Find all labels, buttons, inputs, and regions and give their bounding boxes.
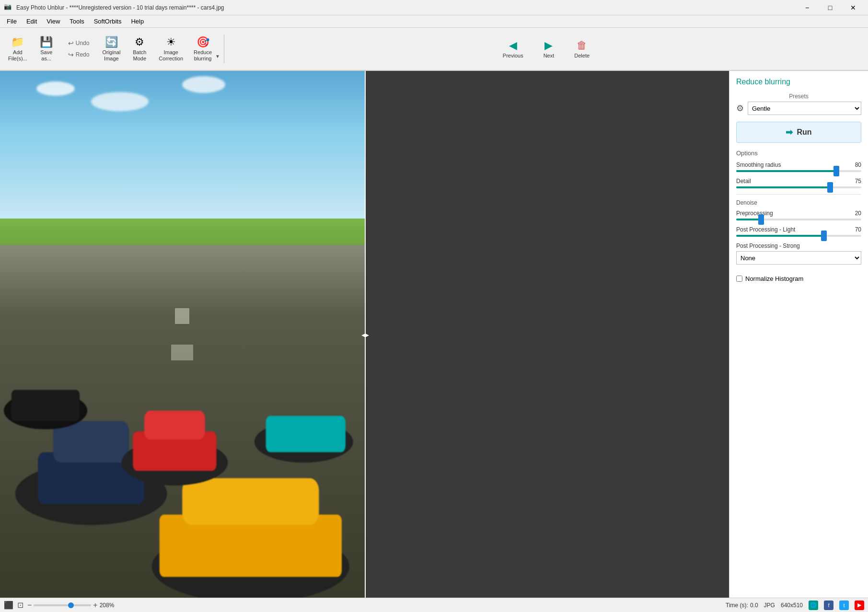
- post-light-header: Post Processing - Light 70: [736, 226, 861, 233]
- time-section: Time (s): 0.0: [726, 602, 758, 609]
- image-correction-button[interactable]: ☀ ImageCorrection: [154, 32, 187, 66]
- previous-button[interactable]: ◀ Previous: [497, 36, 530, 62]
- normalize-histogram-checkbox[interactable]: [736, 276, 742, 282]
- facebook-icon[interactable]: f: [824, 600, 833, 610]
- menu-file[interactable]: File: [2, 17, 22, 26]
- menu-softorbits[interactable]: SoftOrbits: [89, 17, 127, 26]
- post-strong-select[interactable]: None Light Medium Strong: [736, 251, 861, 265]
- svg-rect-12: [266, 416, 346, 452]
- right-panel: Reduce blurring Presets ⚙ Gentle Normal …: [729, 71, 868, 598]
- maximize-button[interactable]: □: [819, 0, 841, 15]
- original-image-button[interactable]: 🔄 OriginalImage: [98, 32, 125, 66]
- twitter-icon[interactable]: t: [839, 600, 849, 610]
- menu-view[interactable]: View: [42, 17, 65, 26]
- status-bar: ⬛ ⊡ − + 208% Time (s): 0.0 JPG 640x510 🌐…: [0, 598, 868, 612]
- post-light-slider-track[interactable]: [736, 235, 861, 237]
- normalize-histogram-row[interactable]: Normalize Histogram: [736, 275, 861, 282]
- preprocessing-thumb[interactable]: [758, 214, 764, 225]
- undo-button[interactable]: ↩ Undo: [65, 38, 93, 48]
- menu-help[interactable]: Help: [126, 17, 149, 26]
- smoothing-radius-row: Smoothing radius 80: [736, 162, 861, 172]
- preprocessing-fill: [736, 219, 761, 220]
- undo-label: Undo: [76, 40, 90, 46]
- denoise-label: Denoise: [736, 199, 861, 206]
- smoothing-radius-label: Smoothing radius: [736, 162, 781, 168]
- reduce-blurring-dropdown-arrow[interactable]: ▼: [215, 54, 220, 59]
- minimize-button[interactable]: −: [796, 0, 818, 15]
- canvas-area[interactable]: ◂▸: [0, 71, 729, 598]
- post-light-thumb[interactable]: [821, 231, 827, 241]
- detail-thumb[interactable]: [827, 182, 833, 193]
- detail-header: Detail 75: [736, 178, 861, 185]
- menu-bar: File Edit View Tools SoftOrbits Help: [0, 15, 868, 28]
- website-icon[interactable]: 🌐: [809, 600, 818, 610]
- preprocessing-value: 20: [855, 210, 861, 217]
- normalize-histogram-label: Normalize Histogram: [745, 275, 803, 282]
- redo-label: Redo: [76, 51, 90, 58]
- format-label: JPG: [764, 602, 775, 609]
- zoom-out-button[interactable]: −: [27, 601, 32, 610]
- original-image-icon: 🔄: [105, 36, 118, 48]
- format-section: JPG: [764, 602, 775, 609]
- close-button[interactable]: ✕: [842, 0, 864, 15]
- run-label: Run: [797, 128, 811, 137]
- title-bar-controls: − □ ✕: [796, 0, 864, 15]
- toolbar-separator: [224, 35, 224, 63]
- smoothing-radius-slider-track[interactable]: [736, 170, 861, 172]
- options-title: Options: [736, 150, 861, 157]
- post-strong-row: Post Processing - Strong None Light Medi…: [736, 242, 861, 269]
- post-light-label: Post Processing - Light: [736, 226, 795, 233]
- preprocessing-label: Preprocessing: [736, 210, 773, 217]
- post-light-value: 70: [855, 226, 861, 233]
- run-button[interactable]: ➡ Run: [736, 122, 861, 143]
- main-area: ◂▸ Reduce blurring Presets ⚙ Gentle Norm…: [0, 71, 868, 598]
- add-file-label: AddFile(s)...: [8, 49, 27, 62]
- youtube-icon[interactable]: ▶: [855, 600, 864, 610]
- post-strong-label: Post Processing - Strong: [736, 242, 800, 249]
- post-light-row: Post Processing - Light 70: [736, 226, 861, 237]
- redo-button[interactable]: ↪ Redo: [65, 50, 93, 59]
- actual-size-button[interactable]: ⊡: [17, 600, 23, 610]
- save-as-button[interactable]: 💾 Saveas...: [34, 32, 59, 66]
- add-file-button[interactable]: 📁 AddFile(s)...: [4, 32, 32, 66]
- title-bar-text: Easy Photo Unblur - ****Unregistered ver…: [16, 4, 796, 11]
- title-bar: 📷 Easy Photo Unblur - ****Unregistered v…: [0, 0, 868, 15]
- detail-slider-track[interactable]: [736, 186, 861, 188]
- split-divider[interactable]: ◂▸: [365, 71, 366, 598]
- image-correction-label: ImageCorrection: [159, 49, 183, 62]
- batch-mode-button[interactable]: ⚙ BatchMode: [127, 32, 152, 66]
- zoom-in-button[interactable]: +: [93, 601, 97, 610]
- add-file-icon: 📁: [11, 36, 24, 48]
- save-as-icon: 💾: [40, 36, 53, 48]
- cars-svg-left: [0, 203, 365, 598]
- preprocessing-header: Preprocessing 20: [736, 210, 861, 217]
- presets-select[interactable]: Gentle Normal Strong Very Strong Custom: [748, 102, 861, 115]
- undo-icon: ↩: [68, 39, 74, 47]
- presets-icon: ⚙: [736, 103, 744, 114]
- menu-tools[interactable]: Tools: [65, 17, 89, 26]
- batch-mode-label: BatchMode: [133, 49, 146, 62]
- fit-image-button[interactable]: ⬛: [4, 600, 13, 610]
- delete-button[interactable]: 🗑 Delete: [568, 36, 596, 62]
- preprocessing-slider-track[interactable]: [736, 219, 861, 220]
- redo-icon: ↪: [68, 51, 74, 58]
- time-value: 0.0: [750, 602, 758, 609]
- smoothing-radius-value: 80: [855, 162, 861, 168]
- detail-value: 75: [855, 178, 861, 185]
- zoom-slider[interactable]: [34, 604, 91, 606]
- next-label: Next: [544, 53, 555, 58]
- reduce-blurring-icon: 🎯: [197, 36, 209, 48]
- batch-mode-icon: ⚙: [135, 36, 144, 48]
- zoom-thumb[interactable]: [68, 602, 74, 608]
- menu-edit[interactable]: Edit: [22, 17, 42, 26]
- reduce-blurring-button[interactable]: 🎯 Reduceblurring: [189, 32, 216, 66]
- nav-toolbar: ◀ Previous ▶ Next 🗑 Delete: [228, 36, 864, 62]
- app-icon: 📷: [4, 3, 13, 12]
- next-button[interactable]: ▶ Next: [537, 36, 561, 62]
- previous-icon: ◀: [509, 39, 517, 52]
- zoom-control: − + 208%: [27, 601, 119, 610]
- image-correction-icon: ☀: [166, 36, 176, 48]
- smoothing-radius-thumb[interactable]: [833, 166, 839, 176]
- status-left: ⬛ ⊡ − + 208%: [4, 600, 720, 610]
- smoothing-radius-header: Smoothing radius 80: [736, 162, 861, 168]
